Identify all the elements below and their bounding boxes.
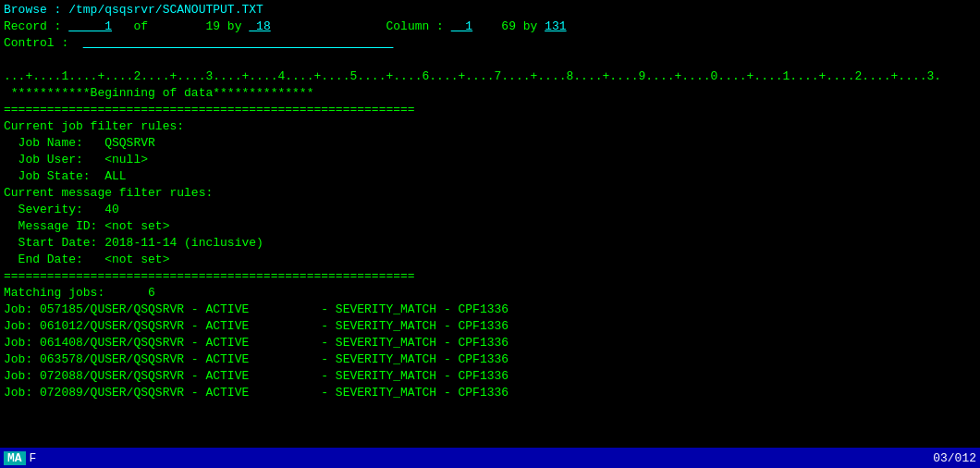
status-input[interactable]: F	[30, 451, 37, 465]
control-line: Control : ______________________________…	[4, 35, 976, 52]
blank-line-1	[4, 52, 976, 68]
start-date-line: Start Date: 2018-11-14 (inclusive)	[4, 235, 976, 252]
status-bar: MA F 03/012	[0, 448, 980, 468]
ruler-line: ...+....1....+....2....+....3....+....4.…	[4, 68, 976, 85]
browse-path: Browse : /tmp/qsqsrvr/SCANOUTPUT.TXT	[4, 2, 976, 18]
job-row-4: Job: 063578/QUSER/QSQSRVR - ACTIVE - SEV…	[4, 351, 976, 368]
msg-filter-header: Current message filter rules:	[4, 185, 976, 202]
separator-2: ========================================…	[4, 268, 976, 285]
message-id-line: Message ID: <not set>	[4, 218, 976, 235]
beginning-of-data: ***********Beginning of data************…	[4, 85, 976, 102]
job-row-5: Job: 072088/QUSER/QSQSRVR - ACTIVE - SEV…	[4, 368, 976, 385]
job-state-line: Job State: ALL	[4, 168, 976, 185]
blank-line-2	[4, 401, 976, 418]
end-date-line: End Date: <not set>	[4, 252, 976, 268]
record-line: Record : 1 of 19 by 18 Column : 1 69 by …	[4, 18, 976, 35]
job-name-line: Job Name: QSQSRVR	[4, 135, 976, 152]
job-row-3: Job: 061408/QUSER/QSQSRVR - ACTIVE - SEV…	[4, 335, 976, 351]
status-mode: MA	[4, 451, 26, 465]
separator-1: ========================================…	[4, 102, 976, 118]
job-filter-header: Current job filter rules:	[4, 118, 976, 135]
job-user-line: Job User: <null>	[4, 152, 976, 168]
status-page: 03/012	[933, 451, 976, 465]
job-row-2: Job: 061012/QUSER/QSQSRVR - ACTIVE - SEV…	[4, 318, 976, 335]
blank-line-4	[4, 435, 976, 446]
blank-line-3	[4, 418, 976, 435]
job-row-1: Job: 057185/QUSER/QSQSRVR - ACTIVE - SEV…	[4, 302, 976, 318]
severity-line: Severity: 40	[4, 202, 976, 218]
job-row-6: Job: 072089/QUSER/QSQSRVR - ACTIVE - SEV…	[4, 385, 976, 401]
matching-jobs-line: Matching jobs: 6	[4, 285, 976, 302]
terminal-screen: Browse : /tmp/qsqsrvr/SCANOUTPUT.TXT Rec…	[0, 0, 980, 446]
